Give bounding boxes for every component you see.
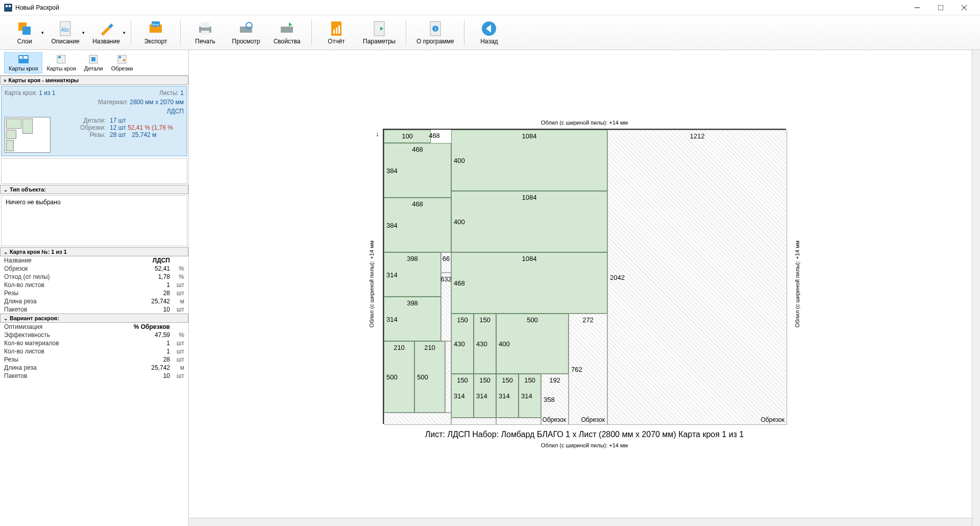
cut-piece[interactable]: 150314 <box>519 374 541 418</box>
property-row: Пакетов10шт <box>0 305 188 314</box>
section-type-header[interactable]: ⌄Тип объекта: <box>0 185 188 194</box>
tab-waste[interactable]: Обрезки <box>107 53 137 73</box>
property-row: Обрезок52,41% <box>0 265 188 273</box>
cut-piece[interactable]: 1084468 <box>451 252 607 314</box>
waste-piece[interactable]: 12122042Обрезок <box>607 130 787 425</box>
svg-text:Bmp: Bmp <box>153 23 159 26</box>
tab-cut-maps-1[interactable]: Карты кроя <box>4 52 42 74</box>
svg-rect-37 <box>119 56 121 58</box>
vertical-scrollbar[interactable] <box>972 50 980 526</box>
svg-rect-30 <box>19 56 22 59</box>
tab-details[interactable]: Детали <box>80 53 107 73</box>
svg-rect-15 <box>201 22 209 28</box>
property-row: Резы28шт <box>0 355 188 364</box>
tab-cut-maps-2[interactable]: Карты кроя <box>42 53 80 73</box>
obpil-top-label: Обпил (с шириной пилы): +14 мм <box>541 119 628 126</box>
waste-piece[interactable]: 66 <box>441 252 451 273</box>
chevron-down-icon: ▾ <box>123 30 126 35</box>
cut-piece[interactable]: 150314 <box>496 374 519 418</box>
chevron-down-icon: ▾ <box>41 30 44 35</box>
cut-piece[interactable]: 1084400 <box>451 191 607 252</box>
toolbar-separator <box>180 20 181 45</box>
waste-piece[interactable]: 192358Обрезок <box>541 374 569 425</box>
property-row: Кол-во листов1шт <box>0 281 188 289</box>
svg-rect-19 <box>281 27 293 33</box>
property-row: Резы28шт <box>0 289 188 297</box>
property-row: Кол-во листов1шт <box>0 347 188 355</box>
property-row: Длина реза25,742м <box>0 364 188 372</box>
waste-piece[interactable]: 632 <box>441 273 451 341</box>
sheet-caption: Лист: ЛДСП Набор: Ломбард БЛАГО 1 x Лист… <box>383 430 786 439</box>
cut-piece[interactable]: 150314 <box>451 374 474 418</box>
cut-piece[interactable]: 150430 <box>451 314 474 374</box>
type-body: Ничего не выбрано <box>1 195 187 246</box>
section-thumbnails-header[interactable]: »Карты кроя - миниатюры <box>0 76 188 85</box>
obpil-left-label: Обпил (с шириной пилы): +14 мм <box>369 241 375 327</box>
name-button[interactable]: Название▾ <box>86 17 127 48</box>
cut-piece[interactable]: 210500 <box>414 341 445 413</box>
waste-piece[interactable] <box>496 418 541 425</box>
cut-piece[interactable]: 500400 <box>496 314 569 374</box>
titlebar: Новый Раскрой <box>0 0 980 15</box>
section-map-header[interactable]: ⌄Карта кроя №: 1 из 1 <box>0 247 188 256</box>
parameters-button[interactable]: Параметры <box>357 17 402 48</box>
left-panel: Карты кроя Карты кроя Детали Обрезки »Ка… <box>0 50 189 526</box>
cut-piece[interactable]: 150430 <box>474 314 496 374</box>
property-row: Длина реза25,742м <box>0 297 188 305</box>
svg-text:i: i <box>435 26 436 32</box>
property-row: Пакетов10шт <box>0 372 188 380</box>
waste-piece[interactable] <box>451 418 496 425</box>
toolbar-separator <box>311 20 312 45</box>
cut-piece[interactable]: 398314 <box>384 252 441 297</box>
empty-area <box>1 158 187 184</box>
chevron-icon: ⌄ <box>4 316 8 321</box>
secondary-toolbar: Карты кроя Карты кроя Детали Обрезки <box>0 50 188 76</box>
obpil-right-label: Обпил (с шириной пилы): +14 мм <box>794 241 800 327</box>
print-button[interactable]: Печать <box>185 17 226 48</box>
export-button[interactable]: BmpЭкспорт <box>135 17 176 48</box>
waste-piece[interactable]: 272762Обрезок <box>569 314 607 425</box>
report-button[interactable]: Отчёт <box>316 17 357 48</box>
maximize-button[interactable] <box>929 0 952 15</box>
svg-rect-33 <box>58 56 61 58</box>
main-toolbar: Слои▾ AbcОписание▾ Название▾ BmpЭкспорт … <box>0 15 980 50</box>
window-title: Новый Раскрой <box>15 4 905 11</box>
cut-piece[interactable]: 150314 <box>474 374 496 418</box>
property-row: НазваниеЛДСП <box>0 256 188 265</box>
waste-piece[interactable] <box>445 341 451 413</box>
about-button[interactable]: iО программе <box>410 17 460 48</box>
arrow-down-icon: ↓ <box>376 130 379 138</box>
cut-piece-label: 468 <box>384 130 451 143</box>
map-properties: НазваниеЛДСПОбрезок52,41%Отход (от пилы)… <box>0 256 188 314</box>
svg-rect-35 <box>91 57 95 61</box>
svg-rect-2 <box>9 5 11 7</box>
chevron-down-icon: ▾ <box>82 30 85 35</box>
thumbnail-card[interactable]: Карта кроя: 1 из 1 Листы: 1 Материал: 28… <box>1 86 187 156</box>
svg-rect-16 <box>201 31 209 35</box>
svg-rect-1 <box>6 5 8 7</box>
horizontal-scrollbar[interactable] <box>189 518 980 526</box>
svg-rect-21 <box>333 30 335 34</box>
property-row: Отход (от пилы)1,78% <box>0 273 188 281</box>
properties-button[interactable]: Свойства <box>266 17 307 48</box>
section-variant-header[interactable]: ⌄Вариант раскроя: <box>0 314 188 323</box>
property-row: Кол-во материалов1шт <box>0 339 188 347</box>
right-panel: Обпил (с шириной пилы): +14 мм → ↓ Обпил… <box>189 50 980 526</box>
cut-piece[interactable]: 468384 <box>384 143 451 198</box>
minimize-button[interactable] <box>905 0 929 15</box>
back-button[interactable]: Назад <box>469 17 509 48</box>
svg-rect-38 <box>123 59 125 61</box>
cut-piece[interactable]: 398314 <box>384 297 441 341</box>
close-button[interactable] <box>952 0 976 15</box>
variant-properties: Оптимизация% ОбрезковЭффективность47,59%… <box>0 323 188 380</box>
waste-piece[interactable] <box>384 413 451 425</box>
cut-piece[interactable]: 468384 <box>384 198 451 252</box>
diagram-area[interactable]: Обпил (с шириной пилы): +14 мм → ↓ Обпил… <box>189 50 980 518</box>
description-button[interactable]: AbcОписание▾ <box>45 17 86 48</box>
cut-piece[interactable]: 210500 <box>384 341 414 413</box>
preview-button[interactable]: Просмотр <box>226 17 266 48</box>
svg-text:Abc: Abc <box>61 27 69 33</box>
cut-piece[interactable]: 1084400 <box>451 130 607 191</box>
svg-rect-31 <box>23 56 28 59</box>
layers-button[interactable]: Слои▾ <box>4 17 45 48</box>
